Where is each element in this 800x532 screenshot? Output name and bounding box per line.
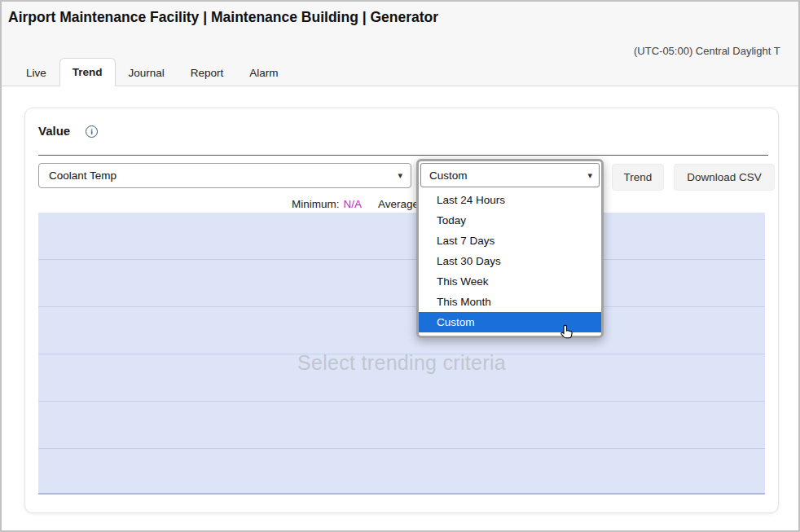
page-header: Airport Maintenance Facility | Maintenan… (2, 2, 798, 86)
tab-bar: Live Trend Journal Report Alarm (13, 58, 292, 86)
option-last-7-days[interactable]: Last 7 Days (419, 231, 601, 251)
trend-panel: Value i Coolant Temp ▾ Trend Download CS… (24, 108, 779, 513)
chevron-down-icon: ▾ (398, 171, 402, 180)
option-last-30-days[interactable]: Last 30 Days (419, 251, 601, 271)
option-last-24-hours[interactable]: Last 24 Hours (419, 190, 601, 210)
option-this-week[interactable]: This Week (419, 271, 601, 292)
tab-live[interactable]: Live (13, 59, 59, 86)
info-icon[interactable]: i (86, 125, 98, 138)
time-range-dropdown: Custom ▾ Last 24 Hours Today Last 7 Days… (416, 159, 604, 338)
tab-report[interactable]: Report (178, 59, 237, 86)
download-csv-button[interactable]: Download CSV (674, 164, 775, 191)
chevron-down-icon: ▾ (587, 171, 592, 180)
option-today[interactable]: Today (419, 210, 601, 231)
chart-area: Select trending criteria (38, 213, 765, 495)
stats-row: Minimum:N/AAverage: (292, 198, 422, 210)
minimum-value: N/A (344, 198, 363, 210)
tab-alarm[interactable]: Alarm (236, 59, 291, 86)
option-this-month[interactable]: This Month (419, 292, 601, 312)
trend-page: { "header": { "title": "Airport Maintena… (0, 0, 800, 532)
divider (38, 155, 768, 156)
section-title: Value (38, 124, 70, 138)
tab-journal[interactable]: Journal (116, 59, 178, 86)
time-range-options: Last 24 Hours Today Last 7 Days Last 30 … (419, 188, 601, 336)
time-range-select[interactable]: Custom ▾ (420, 163, 600, 187)
average-label: Average: (378, 198, 422, 210)
timezone-label: (UTC-05:00) Central Daylight T (634, 45, 780, 57)
chart-placeholder-text: Select trending criteria (297, 351, 506, 375)
minimum-label: Minimum: (292, 198, 340, 210)
page-title: Airport Maintenance Facility | Maintenan… (8, 9, 438, 26)
tab-trend[interactable]: Trend (59, 58, 116, 86)
trend-button[interactable]: Trend (612, 164, 664, 191)
option-custom[interactable]: Custom (419, 312, 601, 332)
point-select[interactable]: Coolant Temp ▾ (38, 163, 411, 188)
time-range-value: Custom (429, 169, 468, 182)
point-select-value: Coolant Temp (49, 169, 116, 182)
